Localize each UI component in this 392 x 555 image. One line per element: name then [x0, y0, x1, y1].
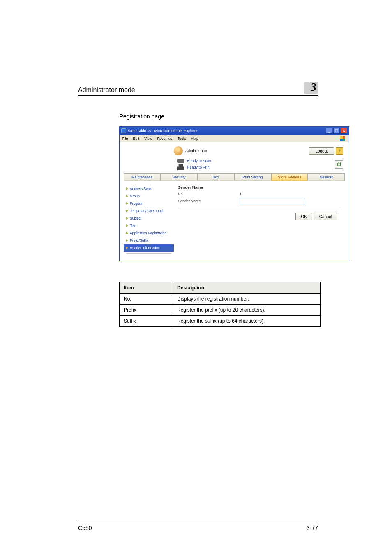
status-print: Ready to Print — [187, 165, 210, 169]
tab-store-address[interactable]: Store Address — [271, 173, 308, 181]
sidebar-item-label: Address Book — [130, 187, 152, 191]
table-cell-desc: Register the suffix (up to 64 characters… — [173, 316, 321, 327]
footer-page: 3-77 — [307, 525, 318, 531]
sidebar-item-label: Prefix/Suffix — [130, 238, 148, 243]
windows-flag-icon — [339, 136, 346, 141]
screenshot-window: Store Address - Microsoft Internet Explo… — [119, 126, 349, 261]
menu-bar: File Edit View Favorites Tools Help — [120, 135, 349, 142]
close-button[interactable]: ✕ — [341, 128, 347, 134]
sidebar-item-label: Temporary One-Touch — [130, 209, 164, 213]
sidebar-item-address-book[interactable]: Address Book — [124, 185, 174, 192]
triangle-icon — [126, 210, 128, 212]
sidebar-item-label: Header Information — [130, 246, 160, 250]
printer-icon — [177, 164, 184, 170]
admin-icon — [174, 146, 183, 155]
description-table: Item Description No. Displays the regist… — [119, 282, 321, 327]
table-cell-desc: Register the prefix (up to 20 characters… — [173, 305, 321, 316]
admin-label: Administrator — [185, 149, 207, 153]
table-header-description: Description — [173, 282, 321, 294]
triangle-icon — [126, 224, 128, 227]
footer-model: C550 — [78, 525, 92, 531]
table-cell-desc: Displays the registration number. — [173, 294, 321, 305]
sidebar-item-text[interactable]: Text — [124, 222, 174, 229]
sidebar-item-temporary[interactable]: Temporary One-Touch — [124, 207, 174, 215]
section-title: Registration page — [119, 113, 318, 120]
triangle-icon — [126, 195, 128, 197]
tab-network[interactable]: Network — [308, 173, 345, 181]
sidebar-item-prefix-suffix[interactable]: Prefix/Suffix — [124, 237, 174, 244]
sidebar-item-header-information[interactable]: Header Information — [124, 244, 174, 252]
table-cell-item: Suffix — [120, 316, 173, 327]
triangle-icon — [126, 232, 128, 234]
table-cell-item: No. — [120, 294, 173, 305]
minimize-button[interactable]: _ — [326, 128, 332, 134]
running-header: Administrator mode — [78, 86, 135, 94]
menu-file[interactable]: File — [122, 136, 128, 141]
sidebar-item-label: Group — [130, 194, 140, 198]
sidebar-item-label: Text — [130, 224, 136, 228]
scanner-icon — [177, 159, 184, 163]
logout-button[interactable]: Logout — [309, 147, 334, 155]
tab-box[interactable]: Box — [197, 173, 234, 181]
window-title: Store Address - Microsoft Internet Explo… — [128, 129, 198, 133]
menu-help[interactable]: Help — [191, 136, 198, 141]
maximize-button[interactable]: ☐ — [333, 128, 340, 134]
tab-security[interactable]: Security — [161, 173, 198, 181]
form-label-sender-name: Sender Name — [178, 199, 211, 203]
form-title: Sender Name — [178, 185, 341, 190]
triangle-icon — [126, 217, 128, 220]
sidebar-item-group[interactable]: Group — [124, 192, 174, 200]
tab-print-setting[interactable]: Print Setting — [234, 173, 271, 181]
chapter-badge: 3 — [304, 82, 318, 94]
sidebar-item-label: Application Registration — [130, 231, 166, 235]
sidebar-item-program[interactable]: Program — [124, 200, 174, 207]
triangle-icon — [126, 202, 128, 205]
sidebar-item-label: Subject — [130, 216, 141, 220]
table-row: No. Displays the registration number. — [120, 294, 321, 305]
menu-view[interactable]: View — [144, 136, 152, 141]
sidebar-item-app-registration[interactable]: Application Registration — [124, 229, 174, 237]
window-titlebar: Store Address - Microsoft Internet Explo… — [120, 127, 349, 135]
chapter-number: 3 — [311, 81, 316, 94]
triangle-icon — [126, 239, 128, 242]
menu-favorites[interactable]: Favorites — [157, 136, 172, 141]
table-row: Suffix Register the suffix (up to 64 cha… — [120, 316, 321, 327]
table-header-item: Item — [120, 282, 173, 294]
triangle-icon — [126, 247, 128, 249]
ie-icon — [121, 128, 126, 133]
sender-name-input[interactable] — [240, 198, 305, 204]
tab-maintenance[interactable]: Maintenance — [124, 173, 161, 181]
table-cell-item: Prefix — [120, 305, 173, 316]
status-scan: Ready to Scan — [187, 159, 211, 163]
menu-edit[interactable]: Edit — [133, 136, 140, 141]
refresh-button[interactable] — [335, 160, 343, 169]
sidebar-item-label: Program — [130, 201, 143, 206]
table-row: Prefix Register the prefix (up to 20 cha… — [120, 305, 321, 316]
sidebar-item-subject[interactable]: Subject — [124, 215, 174, 222]
side-nav: Address Book Group Program Temporary One… — [124, 183, 174, 255]
triangle-icon — [126, 187, 128, 190]
form-value-no: 1 — [240, 192, 242, 196]
cancel-button[interactable]: Cancel — [314, 213, 337, 220]
menu-tools[interactable]: Tools — [177, 136, 186, 141]
ok-button[interactable]: OK — [295, 213, 312, 220]
form-label-no: No. — [178, 192, 211, 196]
help-icon[interactable]: ? — [336, 147, 343, 155]
